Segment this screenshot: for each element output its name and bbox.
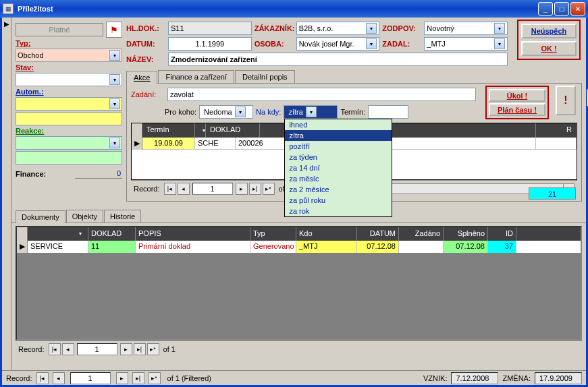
sidebar: Platné ⚑ Typ: Obchod ▾ Stav: ▾ Autom.: [16, 22, 122, 202]
zadani-label: Zadání: [131, 90, 165, 98]
nav-first-icon[interactable]: |◂ [36, 372, 49, 384]
col-splneno[interactable]: Splněno [444, 227, 488, 241]
record-number[interactable]: 1 [70, 372, 111, 384]
nav-prev-icon[interactable]: ◂ [53, 372, 65, 384]
dropdown-option[interactable]: ihned [285, 119, 392, 130]
autom-text[interactable] [16, 112, 122, 125]
col-selector[interactable]: ▾ [195, 123, 206, 138]
nav-last-icon[interactable]: ▸| [134, 343, 146, 355]
chevron-down-icon[interactable]: ▾ [494, 23, 505, 34]
title-bar: ▦ Příležitost _ □ × [0, 0, 588, 18]
col-doklad[interactable]: DOKLAD [206, 123, 260, 138]
chevron-down-icon[interactable]: ▾ [109, 138, 120, 148]
col-doklad2[interactable]: DOKLAD [88, 227, 136, 241]
documents-record-nav: Record: |◂ ◂ 1 ▸ ▸| ▸* of 1 [16, 340, 582, 357]
chevron-down-icon[interactable]: ▾ [109, 50, 120, 61]
nav-new-icon[interactable]: ▸* [263, 183, 275, 195]
nav-last-icon[interactable]: ▸| [249, 183, 261, 195]
nav-prev-icon[interactable]: ◂ [62, 343, 74, 355]
stav-combo[interactable]: ▾ [16, 73, 122, 86]
ukol-button[interactable]: Úkol ! [489, 89, 545, 102]
reakce-text[interactable] [16, 151, 122, 165]
nav-last-icon[interactable]: ▸| [132, 372, 144, 384]
col-zadano[interactable]: Zadáno [399, 227, 444, 241]
pro-koho-combo[interactable]: Nedoma▾ [199, 105, 253, 119]
nav-next-icon[interactable]: ▸ [236, 183, 248, 195]
row-marker-icon: ▶ [132, 138, 142, 150]
close-button[interactable]: × [570, 2, 585, 16]
count-badge: 21 [529, 187, 576, 200]
action-box: Neúspěch OK ! [517, 20, 581, 60]
nav-prev-icon[interactable]: ◂ [178, 183, 190, 195]
nazev-field[interactable]: Zmodernizování zařízení [168, 53, 508, 66]
tab-dokumenty[interactable]: Dokumenty [16, 210, 65, 223]
ok-button[interactable]: OK ! [521, 41, 577, 56]
chevron-down-icon[interactable]: ▾ [109, 74, 120, 85]
nav-new-icon[interactable]: ▸* [147, 343, 159, 355]
datum-label: DATUM: [126, 40, 165, 48]
tab-historie[interactable]: Historie [104, 210, 141, 222]
record-number[interactable]: 1 [77, 343, 117, 355]
vznik-value: 7.12.2008 [451, 372, 498, 384]
col-kdo[interactable]: Kdo [296, 227, 357, 241]
neuspech-button[interactable]: Neúspěch [521, 24, 577, 38]
zadani-field[interactable]: zavolat [167, 88, 476, 101]
record-number[interactable]: 1 [192, 183, 233, 195]
documents-row[interactable]: ▶ SERVICE 11 Primární doklad Generovano … [17, 241, 581, 253]
nav-next-icon[interactable]: ▸ [120, 343, 132, 355]
na-kdy-dropdown[interactable]: ihnedzítrapozítříza týdenza 14 dníza měs… [284, 119, 392, 217]
zakaznik-combo[interactable]: B2B, s.r.o.▾ [296, 22, 380, 35]
plan-casu-button[interactable]: Plán času ! [489, 103, 545, 116]
chevron-down-icon[interactable]: ▾ [494, 38, 505, 49]
zodpov-label: ZODPOV: [382, 24, 421, 32]
typ-combo[interactable]: Obchod ▾ [16, 49, 122, 62]
col-datum[interactable]: DATUM [357, 227, 399, 241]
dropdown-option[interactable]: za týden [285, 152, 392, 162]
reakce-combo[interactable]: ▾ [16, 136, 122, 150]
col-typ[interactable]: Typ [250, 227, 296, 241]
chevron-down-icon[interactable]: ▾ [366, 23, 377, 34]
platne-button[interactable]: Platné [16, 23, 103, 36]
col-id[interactable]: ID [488, 227, 516, 241]
autom-combo[interactable]: ▾ [16, 97, 122, 111]
tab-objekty[interactable]: Objekty [66, 210, 103, 222]
tab-detail[interactable]: Detailní popis [235, 70, 295, 83]
zadal-combo[interactable]: _MTJ▾ [424, 37, 508, 51]
chevron-down-icon[interactable]: ▾ [109, 98, 120, 109]
main-panel: HL.DOK.: S11 ZÁKAZNÍK: B2B, s.r.o.▾ ZODP… [126, 22, 582, 202]
flag-icon[interactable]: ⚑ [106, 22, 122, 38]
na-kdy-label: Na kdy: [256, 108, 281, 116]
na-kdy-combo[interactable]: zítra▾ [284, 105, 338, 119]
maximize-button[interactable]: □ [554, 2, 569, 16]
col-popis[interactable]: POPIS [136, 227, 250, 241]
tab-body-akce: Zadání: zavolat Úkol ! Plán času ! ! 📏 P… [126, 84, 582, 202]
dropdown-option[interactable]: zítra [285, 130, 392, 141]
dropdown-option[interactable]: za 2 měsíce [285, 184, 392, 195]
dropdown-option[interactable]: za půl roku [285, 195, 392, 206]
nav-first-icon[interactable]: |◂ [49, 343, 61, 355]
osoba-combo[interactable]: Novák josef Mgr.▾ [296, 37, 380, 51]
dropdown-option[interactable]: pozítří [285, 141, 392, 152]
minimize-button[interactable]: _ [538, 2, 553, 16]
record-selector-strip[interactable]: ▶ [2, 18, 11, 385]
typ-label: Typ: [16, 39, 122, 47]
col-termin[interactable]: Termín [142, 123, 195, 138]
dropdown-option[interactable]: za 14 dní [285, 162, 392, 173]
nav-next-icon[interactable]: ▸ [116, 372, 128, 384]
zodpov-combo[interactable]: Novotný▾ [424, 22, 508, 35]
datum-field[interactable]: 1.1.1999 [168, 37, 252, 51]
nav-new-icon[interactable]: ▸* [149, 372, 161, 384]
col-r[interactable]: R [536, 123, 577, 138]
dropdown-option[interactable]: za měsíc [285, 173, 392, 184]
nav-first-icon[interactable]: |◂ [164, 183, 176, 195]
tab-finance[interactable]: Finance a zařízení [158, 70, 234, 83]
termin-field[interactable] [368, 105, 408, 119]
chevron-down-icon[interactable]: ▾ [366, 38, 377, 49]
chevron-down-icon[interactable]: ▾ [306, 107, 317, 117]
nazev-label: NÁZEV: [126, 55, 165, 63]
hldok-field: S11 [168, 22, 252, 35]
dropdown-option[interactable]: za rok [285, 206, 392, 216]
tab-akce[interactable]: Akce [126, 71, 157, 84]
chevron-down-icon[interactable]: ▾ [235, 107, 246, 117]
exclamation-button[interactable]: ! [556, 86, 576, 115]
